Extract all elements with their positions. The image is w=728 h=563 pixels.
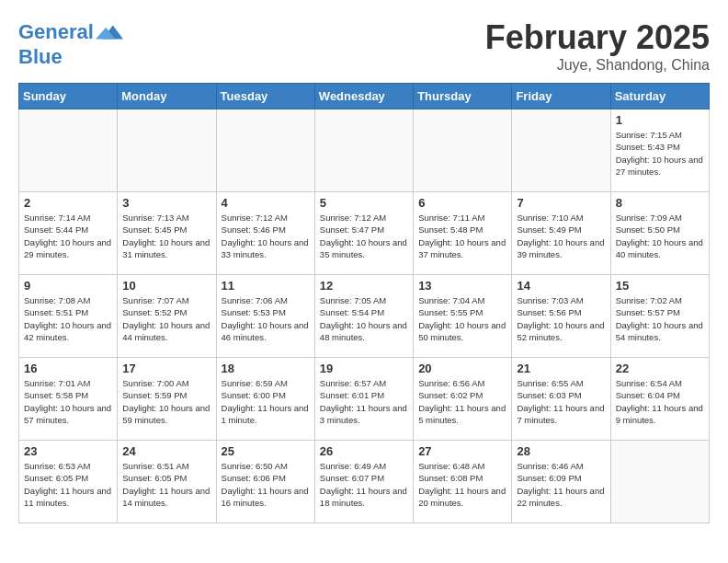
day-info: Sunrise: 6:57 AM Sunset: 6:01 PM Dayligh… bbox=[320, 377, 408, 426]
calendar-cell: 6Sunrise: 7:11 AM Sunset: 5:48 PM Daylig… bbox=[414, 192, 512, 275]
day-info: Sunrise: 6:46 AM Sunset: 6:09 PM Dayligh… bbox=[517, 460, 605, 509]
calendar-cell: 24Sunrise: 6:51 AM Sunset: 6:05 PM Dayli… bbox=[118, 441, 216, 523]
day-info: Sunrise: 7:03 AM Sunset: 5:56 PM Dayligh… bbox=[517, 294, 605, 343]
logo-icon bbox=[96, 18, 123, 46]
day-info: Sunrise: 7:11 AM Sunset: 5:48 PM Dayligh… bbox=[418, 212, 506, 260]
calendar-week-5: 23Sunrise: 6:53 AM Sunset: 6:05 PM Dayli… bbox=[19, 441, 710, 523]
day-number: 12 bbox=[320, 279, 408, 293]
day-info: Sunrise: 7:02 AM Sunset: 5:57 PM Dayligh… bbox=[616, 294, 704, 343]
day-info: Sunrise: 7:07 AM Sunset: 5:52 PM Dayligh… bbox=[122, 294, 210, 343]
day-info: Sunrise: 7:12 AM Sunset: 5:46 PM Dayligh… bbox=[222, 212, 310, 260]
day-number: 7 bbox=[517, 196, 605, 210]
calendar-table: SundayMondayTuesdayWednesdayThursdayFrid… bbox=[18, 83, 710, 523]
calendar-cell: 14Sunrise: 7:03 AM Sunset: 5:56 PM Dayli… bbox=[512, 275, 610, 358]
calendar-week-1: 1Sunrise: 7:15 AM Sunset: 5:43 PM Daylig… bbox=[19, 109, 710, 192]
day-info: Sunrise: 7:14 AM Sunset: 5:44 PM Dayligh… bbox=[24, 212, 112, 260]
weekday-header-row: SundayMondayTuesdayWednesdayThursdayFrid… bbox=[19, 84, 710, 109]
day-info: Sunrise: 7:05 AM Sunset: 5:54 PM Dayligh… bbox=[320, 294, 408, 343]
day-number: 27 bbox=[418, 444, 506, 458]
day-number: 10 bbox=[122, 279, 210, 293]
calendar-cell: 7Sunrise: 7:10 AM Sunset: 5:49 PM Daylig… bbox=[512, 192, 610, 275]
location: Juye, Shandong, China bbox=[485, 57, 710, 74]
logo-text: General bbox=[18, 21, 94, 43]
day-number: 17 bbox=[122, 362, 210, 375]
day-number: 19 bbox=[320, 362, 408, 375]
calendar-cell: 26Sunrise: 6:49 AM Sunset: 6:07 PM Dayli… bbox=[314, 441, 413, 523]
day-info: Sunrise: 7:15 AM Sunset: 5:43 PM Dayligh… bbox=[616, 129, 704, 178]
weekday-header-thursday: Thursday bbox=[414, 84, 512, 109]
calendar-cell: 27Sunrise: 6:48 AM Sunset: 6:08 PM Dayli… bbox=[414, 441, 512, 523]
day-number: 15 bbox=[616, 279, 704, 293]
day-info: Sunrise: 6:48 AM Sunset: 6:08 PM Dayligh… bbox=[418, 460, 506, 509]
day-number: 26 bbox=[320, 444, 408, 458]
weekday-header-sunday: Sunday bbox=[19, 84, 118, 109]
calendar-week-3: 9Sunrise: 7:08 AM Sunset: 5:51 PM Daylig… bbox=[19, 275, 710, 358]
calendar-cell: 8Sunrise: 7:09 AM Sunset: 5:50 PM Daylig… bbox=[610, 192, 709, 275]
day-number: 4 bbox=[222, 196, 310, 210]
day-number: 5 bbox=[320, 196, 408, 210]
calendar-cell: 4Sunrise: 7:12 AM Sunset: 5:46 PM Daylig… bbox=[216, 192, 314, 275]
day-number: 6 bbox=[418, 196, 506, 210]
day-info: Sunrise: 7:06 AM Sunset: 5:53 PM Dayligh… bbox=[222, 294, 310, 343]
day-number: 8 bbox=[616, 196, 704, 210]
calendar-cell bbox=[414, 109, 512, 192]
weekday-header-saturday: Saturday bbox=[610, 84, 709, 109]
month-title: February 2025 bbox=[485, 18, 710, 57]
day-info: Sunrise: 6:59 AM Sunset: 6:00 PM Dayligh… bbox=[222, 377, 310, 426]
day-number: 16 bbox=[24, 362, 112, 375]
day-info: Sunrise: 7:00 AM Sunset: 5:59 PM Dayligh… bbox=[122, 377, 210, 426]
weekday-header-friday: Friday bbox=[512, 84, 610, 109]
day-info: Sunrise: 7:12 AM Sunset: 5:47 PM Dayligh… bbox=[320, 212, 408, 260]
day-number: 13 bbox=[418, 279, 506, 293]
day-info: Sunrise: 6:53 AM Sunset: 6:05 PM Dayligh… bbox=[24, 460, 112, 509]
calendar-week-4: 16Sunrise: 7:01 AM Sunset: 5:58 PM Dayli… bbox=[19, 358, 710, 441]
calendar-cell: 20Sunrise: 6:56 AM Sunset: 6:02 PM Dayli… bbox=[414, 358, 512, 441]
calendar-cell: 17Sunrise: 7:00 AM Sunset: 5:59 PM Dayli… bbox=[118, 358, 216, 441]
logo-blue-text: Blue bbox=[18, 46, 123, 68]
calendar-cell bbox=[512, 109, 610, 192]
calendar-week-2: 2Sunrise: 7:14 AM Sunset: 5:44 PM Daylig… bbox=[19, 192, 710, 275]
weekday-header-tuesday: Tuesday bbox=[216, 84, 314, 109]
day-number: 1 bbox=[616, 113, 704, 127]
calendar-cell: 22Sunrise: 6:54 AM Sunset: 6:04 PM Dayli… bbox=[610, 358, 709, 441]
day-number: 14 bbox=[517, 279, 605, 293]
calendar-cell bbox=[610, 441, 709, 523]
day-number: 22 bbox=[616, 362, 704, 375]
day-info: Sunrise: 6:54 AM Sunset: 6:04 PM Dayligh… bbox=[616, 377, 704, 426]
day-number: 3 bbox=[122, 196, 210, 210]
day-info: Sunrise: 6:56 AM Sunset: 6:02 PM Dayligh… bbox=[418, 377, 506, 426]
day-number: 11 bbox=[222, 279, 310, 293]
day-info: Sunrise: 7:04 AM Sunset: 5:55 PM Dayligh… bbox=[418, 294, 506, 343]
calendar-cell bbox=[19, 109, 118, 192]
calendar-cell: 15Sunrise: 7:02 AM Sunset: 5:57 PM Dayli… bbox=[610, 275, 709, 358]
calendar-cell: 1Sunrise: 7:15 AM Sunset: 5:43 PM Daylig… bbox=[610, 109, 709, 192]
day-number: 2 bbox=[24, 196, 112, 210]
weekday-header-wednesday: Wednesday bbox=[314, 84, 413, 109]
day-info: Sunrise: 7:08 AM Sunset: 5:51 PM Dayligh… bbox=[24, 294, 112, 343]
day-number: 25 bbox=[222, 444, 310, 458]
day-info: Sunrise: 6:55 AM Sunset: 6:03 PM Dayligh… bbox=[517, 377, 605, 426]
day-number: 20 bbox=[418, 362, 506, 375]
day-number: 28 bbox=[517, 444, 605, 458]
day-number: 18 bbox=[222, 362, 310, 375]
calendar-cell bbox=[216, 109, 314, 192]
day-info: Sunrise: 6:50 AM Sunset: 6:06 PM Dayligh… bbox=[222, 460, 310, 509]
calendar-cell: 10Sunrise: 7:07 AM Sunset: 5:52 PM Dayli… bbox=[118, 275, 216, 358]
calendar-cell bbox=[118, 109, 216, 192]
calendar-cell: 19Sunrise: 6:57 AM Sunset: 6:01 PM Dayli… bbox=[314, 358, 413, 441]
day-number: 21 bbox=[517, 362, 605, 375]
calendar-cell: 12Sunrise: 7:05 AM Sunset: 5:54 PM Dayli… bbox=[314, 275, 413, 358]
weekday-header-monday: Monday bbox=[118, 84, 216, 109]
logo: General Blue bbox=[18, 18, 123, 68]
calendar-cell: 28Sunrise: 6:46 AM Sunset: 6:09 PM Dayli… bbox=[512, 441, 610, 523]
calendar-cell bbox=[314, 109, 413, 192]
calendar-cell: 23Sunrise: 6:53 AM Sunset: 6:05 PM Dayli… bbox=[19, 441, 118, 523]
calendar-cell: 21Sunrise: 6:55 AM Sunset: 6:03 PM Dayli… bbox=[512, 358, 610, 441]
day-info: Sunrise: 7:01 AM Sunset: 5:58 PM Dayligh… bbox=[24, 377, 112, 426]
calendar-cell: 18Sunrise: 6:59 AM Sunset: 6:00 PM Dayli… bbox=[216, 358, 314, 441]
day-info: Sunrise: 6:49 AM Sunset: 6:07 PM Dayligh… bbox=[320, 460, 408, 509]
day-info: Sunrise: 7:10 AM Sunset: 5:49 PM Dayligh… bbox=[517, 212, 605, 260]
calendar-cell: 13Sunrise: 7:04 AM Sunset: 5:55 PM Dayli… bbox=[414, 275, 512, 358]
title-block: February 2025 Juye, Shandong, China bbox=[485, 18, 710, 74]
calendar-cell: 25Sunrise: 6:50 AM Sunset: 6:06 PM Dayli… bbox=[216, 441, 314, 523]
